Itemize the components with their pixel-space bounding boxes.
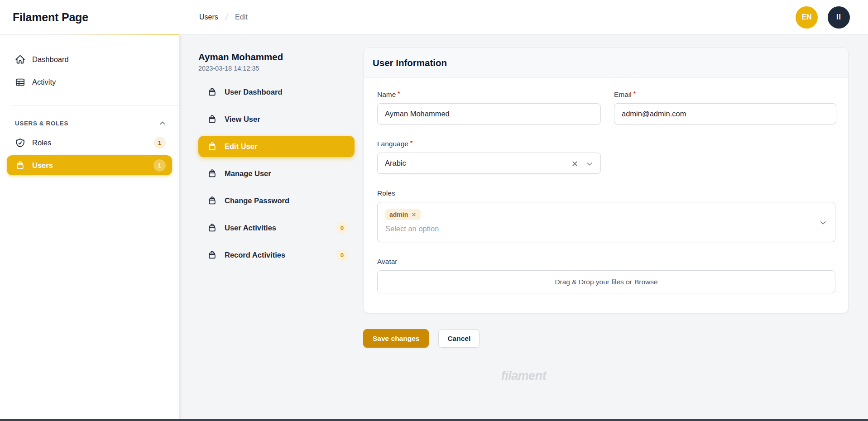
email-field-group: Email * (614, 91, 836, 124)
role-tag-admin: admin (385, 209, 421, 220)
language-select[interactable]: Arabic (377, 153, 601, 174)
language-selected-value: Arabic (385, 159, 406, 167)
email-field[interactable] (614, 103, 836, 124)
user-activities-count-badge: 0 (336, 222, 348, 234)
sidebar-group-label: USERS & ROLES (15, 120, 68, 127)
dropzone-text: Drag & Drop your files or (555, 278, 632, 286)
users-count-badge: 1 (153, 159, 166, 172)
name-field-group: Name * (377, 91, 601, 124)
lock-icon (15, 160, 25, 171)
page-item-label: User Activities (225, 224, 276, 232)
roles-field-group: Roles admin Select an option (377, 189, 835, 242)
email-label: Email * (614, 91, 836, 99)
record-activities-count-badge: 0 (336, 249, 348, 261)
sidebar-divider (13, 105, 179, 106)
page-item-manage-user[interactable]: Manage User (198, 163, 355, 184)
cancel-button[interactable]: Cancel (438, 329, 480, 348)
chevron-up-icon[interactable] (159, 120, 166, 127)
card-body: Name * Email * Lan (364, 78, 848, 307)
roles-placeholder: Select an option (385, 225, 817, 233)
home-icon (15, 54, 25, 65)
sidebar-item-users[interactable]: Users 1 (7, 155, 172, 175)
lock-icon (207, 114, 217, 124)
sidebar: Filament Page Dashboard Activity USERS &… (0, 0, 179, 421)
record-header: Ayman Mohammed 2023-03-18 14:12:35 (198, 52, 283, 72)
page-item-record-activities[interactable]: Record Activities 0 (198, 244, 355, 266)
filament-watermark: filament (179, 369, 868, 383)
avatar-field-group: Avatar Drag & Drop your files or Browse (377, 258, 835, 293)
record-page-nav: User Dashboard View User Edit User Manag… (198, 81, 355, 272)
lock-icon (207, 141, 217, 152)
form-actions: Save changes Cancel (363, 329, 480, 348)
chevron-down-icon[interactable] (820, 219, 827, 226)
roles-label: Roles (377, 189, 835, 197)
page-item-user-dashboard[interactable]: User Dashboard (198, 81, 355, 103)
page-item-user-activities[interactable]: User Activities 0 (198, 217, 355, 239)
topbar-actions: EN II (796, 6, 850, 29)
page-item-view-user[interactable]: View User (198, 109, 355, 130)
sidebar-item-label: Activity (32, 78, 56, 86)
language-label: Language * (377, 140, 835, 148)
lock-icon (207, 223, 217, 233)
lock-icon (207, 196, 217, 206)
topbar: Users / Edit EN II (179, 0, 868, 35)
user-information-card: User Information Name * Email * (363, 48, 849, 313)
sidebar-nav: Dashboard Activity USERS & ROLES Role (0, 35, 179, 175)
main-content: Ayman Mohammed 2023-03-18 14:12:35 User … (179, 35, 868, 421)
page-item-change-password[interactable]: Change Password (198, 190, 355, 211)
record-timestamp: 2023-03-18 14:12:35 (198, 65, 283, 72)
language-field-group: Language * Arabic (377, 140, 835, 174)
user-avatar-button[interactable]: II (828, 6, 850, 29)
table-icon (15, 77, 25, 87)
sidebar-item-dashboard[interactable]: Dashboard (7, 49, 172, 69)
shield-check-icon (15, 138, 25, 148)
sidebar-header: Filament Page (0, 0, 179, 35)
lock-icon (207, 168, 217, 179)
roles-multiselect[interactable]: admin Select an option (377, 202, 835, 242)
clear-selection-icon[interactable] (571, 160, 579, 167)
name-label: Name * (377, 91, 601, 99)
role-tag-label: admin (389, 211, 408, 218)
sidebar-item-label: Users (32, 161, 53, 170)
page-item-edit-user[interactable]: Edit User (198, 136, 355, 157)
app-title: Filament Page (13, 11, 88, 24)
language-switch-button[interactable]: EN (796, 6, 818, 29)
breadcrumb-separator: / (224, 12, 229, 22)
save-changes-button[interactable]: Save changes (363, 329, 429, 348)
name-input[interactable] (377, 103, 601, 124)
lock-icon (207, 250, 217, 260)
breadcrumb-users[interactable]: Users (199, 13, 218, 21)
app-window: Filament Page Dashboard Activity USERS &… (0, 0, 868, 421)
breadcrumb-edit: Edit (235, 13, 248, 21)
sidebar-item-activity[interactable]: Activity (7, 72, 172, 92)
avatar-label: Avatar (377, 258, 835, 266)
page-item-label: View User (225, 115, 260, 124)
breadcrumb: Users / Edit (199, 12, 248, 22)
sidebar-group-header: USERS & ROLES (15, 120, 166, 127)
bottom-edge-bar (0, 419, 868, 421)
required-asterisk: * (410, 140, 412, 148)
sidebar-item-label: Dashboard (32, 55, 69, 64)
page-item-label: Change Password (225, 196, 289, 205)
chevron-down-icon[interactable] (586, 160, 593, 167)
page-item-label: User Dashboard (225, 88, 282, 96)
sidebar-item-label: Roles (32, 139, 51, 147)
sidebar-item-roles[interactable]: Roles 1 (7, 133, 172, 153)
lock-icon (207, 87, 217, 97)
page-item-label: Edit User (225, 142, 257, 151)
page-item-label: Manage User (225, 169, 271, 178)
required-asterisk: * (398, 91, 400, 99)
section-title: User Information (373, 57, 447, 68)
roles-count-badge: 1 (153, 137, 166, 149)
remove-tag-icon[interactable] (411, 212, 417, 217)
required-asterisk: * (633, 91, 636, 99)
record-title: Ayman Mohammed (198, 52, 283, 62)
avatar-dropzone[interactable]: Drag & Drop your files or Browse (377, 270, 835, 293)
browse-link[interactable]: Browse (634, 278, 658, 286)
page-item-label: Record Activities (225, 251, 285, 259)
card-header: User Information (364, 48, 848, 78)
